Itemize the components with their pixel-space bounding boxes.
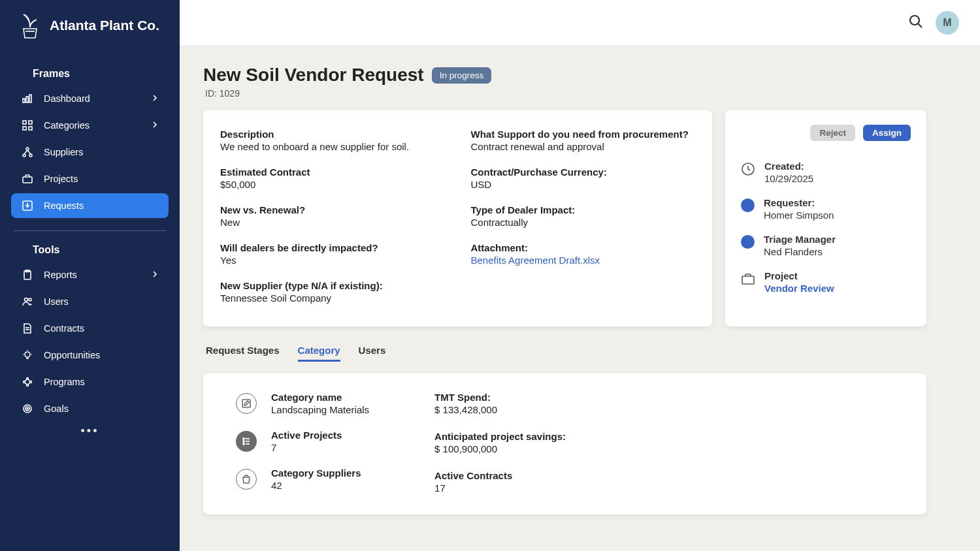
cat-value: 42 (271, 480, 361, 491)
field-value: $50,000 (220, 179, 445, 190)
svg-rect-6 (23, 127, 26, 130)
meta-label: Project (764, 270, 834, 281)
tabs: Request Stages Category Users (203, 345, 980, 362)
svg-rect-5 (29, 121, 32, 124)
field-label: New Supplier (type N/A if existing): (220, 280, 445, 291)
sidebar-section-tools: Tools (0, 235, 180, 262)
svg-rect-4 (23, 121, 26, 124)
svg-rect-34 (742, 276, 754, 284)
svg-rect-2 (26, 97, 28, 102)
edit-icon (236, 393, 257, 414)
sidebar-item-programs[interactable]: Programs (11, 370, 169, 394)
attachment-link[interactable]: Benefits Agreement Draft.xlsx (471, 255, 696, 266)
triage-avatar (741, 235, 755, 249)
sidebar-item-dashboard[interactable]: Dashboard (11, 86, 169, 111)
tab-request-stages[interactable]: Request Stages (206, 345, 280, 362)
requester-avatar (741, 198, 755, 212)
sidebar-item-users[interactable]: Users (11, 289, 169, 314)
sidebar-item-opportunities[interactable]: Opportunities (11, 343, 169, 368)
users-icon (22, 296, 33, 307)
project-link[interactable]: Vendor Review (764, 283, 834, 294)
search-icon[interactable] (908, 14, 924, 32)
field-label: Will dealers be directly impacted? (220, 242, 445, 253)
cat-value: 7 (271, 442, 342, 453)
sidebar-item-label: Users (44, 296, 69, 307)
sidebar-divider (13, 230, 167, 231)
cat-value: Landscaping Materials (271, 404, 369, 415)
sidebar-item-label: Suppliers (44, 147, 83, 157)
bar-chart-icon (22, 93, 33, 104)
cat-label: Anticipated project savings: (434, 431, 566, 442)
field-label: New vs. Renewal? (220, 204, 445, 215)
plant-logo-icon (20, 12, 41, 39)
cat-label: TMT Spend: (434, 392, 497, 403)
target-icon (22, 403, 33, 414)
download-box-icon (22, 200, 33, 211)
field-value: We need to onboard a new supplier for so… (220, 141, 445, 152)
cat-label: Category name (271, 392, 369, 403)
tab-category[interactable]: Category (298, 345, 340, 362)
sidebar-item-label: Requests (44, 200, 84, 211)
network-icon (22, 147, 33, 157)
meta-value: Ned Flanders (764, 246, 836, 257)
sidebar-item-label: Dashboard (44, 93, 90, 104)
field-label: Type of Dealer Impact: (471, 204, 696, 215)
field-value: USD (471, 179, 696, 190)
svg-point-38 (243, 441, 244, 442)
sidebar: Atlanta Plant Co. Frames Dashboard Categ… (0, 0, 180, 551)
field-value: Tennessee Soil Company (220, 292, 445, 304)
sidebar-item-suppliers[interactable]: Suppliers (11, 140, 169, 165)
brand-name: Atlanta Plant Co. (50, 18, 159, 33)
status-badge: In progress (432, 67, 492, 84)
list-icon (236, 431, 257, 452)
sidebar-item-label: Projects (44, 174, 78, 184)
svg-point-10 (29, 154, 32, 157)
tab-users[interactable]: Users (359, 345, 386, 362)
svg-rect-7 (29, 127, 32, 130)
nodes-icon (22, 377, 33, 387)
sidebar-item-reports[interactable]: Reports (11, 262, 169, 287)
svg-point-16 (29, 298, 31, 301)
cat-value: $ 100,900,000 (434, 443, 566, 454)
cat-value: $ 133,428,000 (434, 404, 497, 415)
details-card: DescriptionWe need to onboard a new supp… (203, 110, 712, 326)
svg-point-40 (243, 443, 244, 445)
cat-label: Category Suppliers (271, 467, 361, 479)
sidebar-item-contracts[interactable]: Contracts (11, 316, 169, 341)
svg-rect-1 (23, 99, 25, 102)
svg-rect-11 (23, 177, 32, 183)
meta-label: Triage Manager (764, 234, 836, 245)
field-label: Estimated Contract (220, 166, 445, 178)
svg-point-8 (26, 148, 29, 150)
user-avatar[interactable]: M (936, 11, 959, 35)
briefcase-icon (741, 272, 755, 286)
meta-label: Requester: (764, 197, 834, 208)
sidebar-item-projects[interactable]: Projects (11, 166, 169, 191)
sidebar-item-requests[interactable]: Requests (11, 193, 169, 218)
sidebar-item-label: Programs (44, 377, 85, 387)
sidebar-item-categories[interactable]: Categories (11, 113, 169, 138)
sidebar-item-label: Goals (44, 403, 69, 414)
svg-point-9 (23, 154, 25, 157)
grid-icon (22, 120, 33, 131)
assign-button[interactable]: Assign (863, 125, 911, 141)
clipboard-icon (22, 270, 33, 280)
lightbulb-icon (22, 350, 33, 360)
sidebar-item-goals[interactable]: Goals (11, 396, 169, 421)
reject-button[interactable]: Reject (810, 125, 855, 141)
cat-label: Active Projects (271, 430, 342, 441)
logo[interactable]: Atlanta Plant Co. (0, 12, 180, 59)
svg-rect-3 (29, 95, 31, 102)
clock-icon (741, 162, 755, 176)
sidebar-more[interactable]: ••• (11, 423, 169, 438)
sidebar-item-label: Opportunities (44, 350, 100, 360)
svg-line-32 (918, 24, 922, 27)
chevron-right-icon (152, 270, 158, 280)
sidebar-item-label: Reports (44, 270, 77, 280)
field-value: Yes (220, 255, 445, 266)
briefcase-icon (22, 174, 33, 184)
field-value: New (220, 217, 445, 228)
meta-value: 10/29/2025 (764, 173, 813, 184)
chevron-right-icon (152, 120, 158, 131)
document-icon (22, 323, 33, 334)
